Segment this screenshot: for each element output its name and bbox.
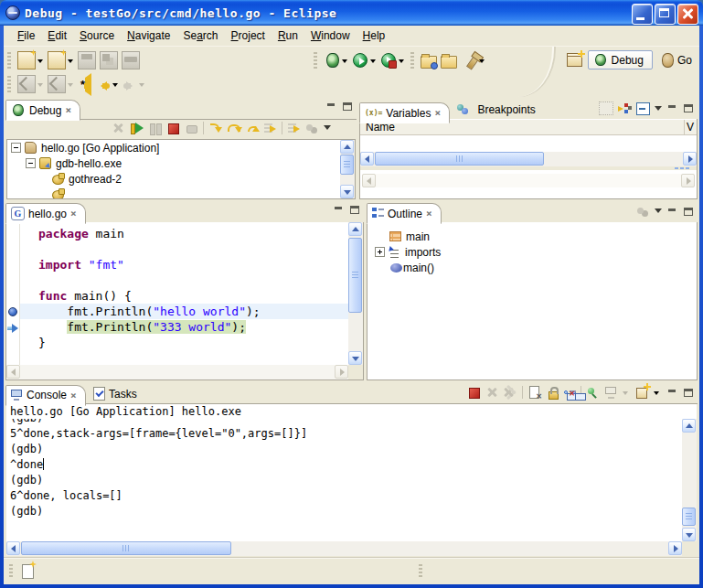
tab-hello-go[interactable]: G hello.go ×: [5, 203, 86, 224]
scroll-down-button[interactable]: [348, 351, 362, 365]
debug-launch-tree[interactable]: hello.go [Go Application] gdb-hello.exe …: [6, 139, 356, 199]
step-over-button[interactable]: [227, 122, 240, 134]
maximize-view-button[interactable]: [683, 207, 695, 217]
view-menu-button[interactable]: [655, 106, 662, 114]
minimize-view-button[interactable]: [333, 205, 345, 215]
display-console-button[interactable]: [604, 386, 618, 399]
menu-edit[interactable]: Edit: [41, 27, 73, 44]
open-console-button[interactable]: [635, 386, 649, 399]
menu-search[interactable]: Search: [176, 27, 224, 44]
code-editor[interactable]: package main import "fmt" func main() { …: [20, 222, 348, 365]
toolbar-grip[interactable]: [314, 52, 317, 69]
scrollbar-thumb[interactable]: [682, 508, 696, 526]
back-history-dropdown[interactable]: [112, 83, 118, 90]
display-console-dropdown[interactable]: [623, 391, 628, 398]
maximize-view-button[interactable]: [342, 102, 354, 112]
run-launch-dropdown[interactable]: [370, 59, 376, 66]
last-edit-location-button[interactable]: [78, 80, 92, 91]
outline-item-imports[interactable]: imports: [375, 244, 697, 260]
previous-annotation-button[interactable]: [48, 75, 66, 93]
menu-source[interactable]: Source: [73, 27, 121, 44]
scrollbar-thumb[interactable]: [375, 152, 544, 166]
open-perspective-button[interactable]: [567, 53, 582, 67]
show-logical-structure-button[interactable]: [618, 102, 632, 115]
scroll-up-button[interactable]: [348, 222, 362, 236]
horizontal-scrollbar[interactable]: [360, 152, 697, 166]
pin-console-button[interactable]: [586, 386, 600, 399]
suspend-button[interactable]: [148, 122, 162, 134]
new-wizard-button[interactable]: [17, 51, 36, 69]
maximize-window-button[interactable]: [655, 4, 676, 25]
scroll-up-button[interactable]: [340, 140, 354, 154]
tab-console[interactable]: Console ×: [5, 385, 86, 406]
view-menu-button[interactable]: [324, 125, 331, 134]
drop-to-frame-button[interactable]: [263, 122, 277, 134]
scroll-left-button[interactable]: [360, 152, 374, 166]
tab-variables[interactable]: (x)= Variables ×: [359, 102, 450, 123]
scroll-down-button[interactable]: [682, 528, 696, 541]
toolbar-grip[interactable]: [7, 52, 11, 69]
vertical-scrollbar[interactable]: [348, 222, 363, 365]
variables-detail-pane[interactable]: [360, 170, 697, 198]
terminate-button[interactable]: [467, 386, 481, 399]
scroll-left-button[interactable]: [6, 541, 20, 555]
save-button[interactable]: [78, 51, 96, 69]
tab-breakpoints[interactable]: Breakpoints: [453, 100, 543, 119]
menu-file[interactable]: File: [11, 27, 41, 44]
next-annotation-dropdown[interactable]: [37, 83, 43, 90]
menu-window[interactable]: Window: [304, 27, 357, 44]
scrollbar-thumb[interactable]: [340, 155, 354, 175]
close-tab-icon[interactable]: ×: [434, 107, 441, 119]
minimize-window-button[interactable]: [632, 4, 653, 25]
toolbar-grip[interactable]: [410, 52, 414, 69]
minimize-view-button[interactable]: [666, 103, 678, 113]
forward-history-dropdown[interactable]: [139, 83, 144, 90]
search-dropdown[interactable]: [479, 59, 485, 66]
resume-button[interactable]: [130, 122, 144, 134]
minimize-view-button[interactable]: [325, 102, 337, 112]
horizontal-scrollbar[interactable]: [6, 541, 682, 556]
tree-row-clipped[interactable]: [7, 187, 355, 199]
variables-table-body[interactable]: [360, 135, 697, 152]
back-button[interactable]: [96, 80, 111, 91]
use-step-filters-button[interactable]: [287, 122, 301, 134]
collapse-all-button[interactable]: [636, 102, 650, 115]
open-resource-button[interactable]: [421, 56, 437, 69]
vertical-scrollbar[interactable]: [340, 140, 355, 198]
menu-run[interactable]: Run: [272, 27, 304, 44]
print-button[interactable]: [122, 51, 140, 69]
next-annotation-button[interactable]: [17, 75, 36, 93]
collapse-expander-icon[interactable]: [26, 158, 36, 168]
menu-project[interactable]: Project: [225, 27, 272, 44]
open-console-dropdown[interactable]: [654, 391, 659, 398]
menu-navigate[interactable]: Navigate: [121, 27, 176, 44]
outline-content[interactable]: main imports main(): [367, 222, 698, 380]
previous-annotation-dropdown[interactable]: [68, 83, 73, 90]
view-menu-button[interactable]: [655, 208, 662, 217]
remove-launch-button[interactable]: [485, 386, 499, 399]
perspective-debug-button[interactable]: Debug: [588, 50, 653, 69]
step-return-button[interactable]: [245, 122, 259, 134]
maximize-view-button[interactable]: [683, 388, 695, 398]
tree-row-launch[interactable]: hello.go [Go Application]: [7, 140, 355, 155]
clear-console-button[interactable]: [527, 386, 541, 399]
remove-all-terminated-button[interactable]: [504, 386, 517, 399]
open-folder-button[interactable]: [441, 56, 457, 69]
breakpoint-ruler[interactable]: [6, 222, 20, 365]
vertical-scrollbar[interactable]: [682, 419, 697, 541]
scrollbar-thumb[interactable]: [348, 238, 362, 313]
column-divider[interactable]: [684, 120, 685, 134]
forward-button[interactable]: [122, 80, 137, 91]
tab-outline[interactable]: Outline ×: [367, 203, 442, 224]
scroll-right-button[interactable]: [683, 152, 697, 166]
run-external-dropdown[interactable]: [399, 59, 404, 66]
minimize-view-button[interactable]: [666, 388, 678, 398]
new-wizard-dropdown[interactable]: [37, 59, 43, 66]
disconnect-button[interactable]: [185, 122, 198, 134]
close-tab-icon[interactable]: ×: [70, 208, 77, 219]
breakpoint-icon[interactable]: [8, 307, 17, 316]
minimize-view-button[interactable]: [666, 207, 678, 217]
scrollbar-thumb[interactable]: [21, 541, 231, 555]
collapse-expander-icon[interactable]: [11, 143, 21, 153]
new-project-button[interactable]: [48, 51, 66, 69]
